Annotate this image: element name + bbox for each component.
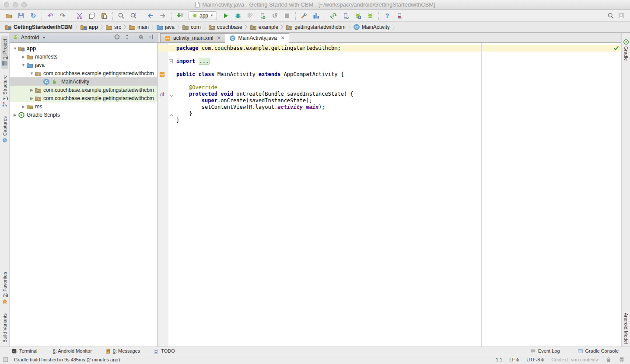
chevron-collapsed-icon[interactable]: ▶ — [29, 88, 35, 92]
tree-row-com-couchbase-example-gettingstartedwith[interactable]: ▶com.couchbase.example.gettingstartedwit… — [10, 86, 157, 94]
replace-button[interactable] — [128, 10, 139, 21]
tool-window-button-0-messages[interactable]: 0: Messages — [105, 348, 140, 354]
profiler-button[interactable]: ∞ — [394, 10, 405, 21]
forward-button[interactable] — [158, 10, 168, 21]
device-monitor-button[interactable] — [365, 10, 375, 21]
minimize-window-button[interactable] — [13, 2, 18, 7]
search-everywhere-button[interactable] — [606, 10, 616, 21]
synchronize-button[interactable]: ↻ — [28, 10, 38, 21]
lock-icon[interactable] — [606, 357, 612, 363]
avd-manager-button[interactable] — [340, 10, 351, 21]
tool-window-button-gradle-console[interactable]: Gradle Console — [578, 348, 619, 354]
editor-tab-activity-main-xml[interactable]: <>activity_main.xml✕ — [160, 33, 225, 43]
attach-debugger-button[interactable] — [257, 10, 268, 21]
toolbar-group: ↻ — [4, 10, 38, 21]
close-tab-icon[interactable]: ✕ — [280, 35, 285, 41]
undo-button[interactable]: ↶ — [45, 10, 56, 21]
code-editor[interactable]: package com.couchbase.example.gettingsta… — [158, 43, 621, 347]
sync-project-button[interactable] — [328, 10, 339, 21]
tree-row-res[interactable]: ▶res — [10, 102, 157, 111]
encoding-widget[interactable]: UTF-8 — [526, 357, 544, 362]
redo-button[interactable]: ↷ — [57, 10, 68, 21]
line-separator-widget[interactable]: LF — [509, 357, 519, 362]
tool-window-button-6-android-monitor[interactable]: 6: Android Monitor — [51, 348, 92, 354]
breadcrumb-src[interactable]: src — [104, 23, 122, 31]
chevron-expanded-icon[interactable]: ▼ — [12, 46, 18, 51]
zoom-window-button[interactable] — [21, 2, 27, 7]
rerun-button[interactable]: ↺ — [270, 10, 280, 21]
back-button[interactable] — [145, 10, 156, 21]
tool-window-button-7-structure[interactable]: 7: Structure — [1, 73, 8, 110]
run-configuration-selector[interactable]: app▼ — [189, 11, 217, 20]
tool-window-button-captures[interactable]: Captures — [1, 114, 8, 146]
tool-window-button-event-log[interactable]: Event Log — [530, 348, 560, 354]
chevron-collapsed-icon[interactable]: ▶ — [29, 96, 35, 101]
help-button[interactable]: ? — [382, 10, 392, 21]
tree-row-java[interactable]: ▼java — [10, 61, 157, 69]
close-tab-icon[interactable]: ✕ — [217, 35, 221, 41]
locate-file-button[interactable] — [114, 34, 120, 42]
tool-window-button-2-favorites[interactable]: 2: Favorites — [1, 269, 8, 307]
breadcrumb-couchbase[interactable]: couchbase — [207, 23, 244, 31]
breadcrumb-java[interactable]: java — [155, 23, 176, 31]
breadcrumb-gettingstartedwithcbm[interactable]: gettingstartedwithcbm — [284, 23, 347, 31]
cut-button[interactable] — [74, 10, 85, 21]
open-button[interactable] — [4, 10, 14, 21]
hide-panel-button[interactable] — [148, 34, 154, 42]
tool-window-label: 7: Structure — [2, 75, 7, 100]
chevron-collapsed-icon[interactable]: ▶ — [21, 55, 26, 59]
chevron-collapsed-icon[interactable]: ▶ — [12, 113, 18, 117]
find-button[interactable] — [116, 10, 126, 21]
close-window-button[interactable] — [4, 2, 9, 7]
run-button[interactable] — [220, 10, 231, 21]
tree-row-mainactivity[interactable]: CMainActivity — [10, 77, 157, 86]
overriding-method-gutter-icon[interactable] — [159, 91, 165, 97]
tree-row-gradle-scripts[interactable]: ▶Gradle Scripts — [10, 111, 157, 119]
breadcrumb-example[interactable]: example — [248, 23, 280, 31]
editor-tab-mainactivity-java[interactable]: CMainActivity.java✕ — [225, 33, 289, 43]
chevron-collapsed-icon[interactable]: ▶ — [21, 104, 26, 109]
chevron-expanded-icon[interactable]: ▼ — [29, 71, 35, 76]
avatar-button[interactable] — [616, 10, 626, 21]
code-text[interactable]: package com.couchbase.example.gettingsta… — [174, 43, 621, 124]
tool-window-button-terminal[interactable]: >_Terminal — [11, 348, 38, 354]
tree-row-com-couchbase-example-gettingstartedwith[interactable]: ▶com.couchbase.example.gettingstartedwit… — [10, 94, 157, 102]
save-all-button[interactable] — [16, 10, 26, 21]
tool-window-toggle-icon[interactable] — [3, 357, 9, 363]
project-structure-button[interactable] — [311, 10, 322, 21]
breadcrumb-app[interactable]: app — [79, 23, 99, 31]
sdk-manager-button[interactable] — [353, 10, 363, 21]
copy-button[interactable] — [87, 10, 97, 21]
tool-window-button-1-project[interactable]: 1: Project — [1, 36, 8, 69]
fold-region-start-icon[interactable] — [169, 92, 174, 100]
breadcrumb-gettingstartedwithcbm[interactable]: GettingStartedwithCBM — [4, 23, 74, 31]
breadcrumb-com[interactable]: com — [181, 23, 202, 31]
coverage-button[interactable] — [245, 10, 256, 21]
tree-row-manifests[interactable]: ▶manifests — [10, 52, 157, 61]
breadcrumb-mainactivity[interactable]: CMainActivity — [352, 23, 391, 31]
project-view-selector[interactable]: Android — [21, 35, 39, 41]
make-project-button[interactable]: 10101 — [175, 10, 185, 21]
inspection-ok-icon[interactable] — [613, 45, 619, 52]
fold-region-end-icon[interactable] — [169, 111, 174, 119]
breadcrumb-main[interactable]: main — [127, 23, 150, 31]
chevron-expanded-icon[interactable]: ▼ — [21, 63, 26, 67]
debug-button[interactable] — [233, 10, 243, 21]
tree-row-app[interactable]: ▼app — [10, 44, 157, 52]
open-icon — [5, 12, 12, 19]
hector-inspector-icon[interactable] — [619, 357, 625, 363]
caret-position[interactable]: 1:1 — [496, 357, 502, 362]
folded-imports-region[interactable]: ... — [199, 58, 210, 65]
tool-window-button-build-variants[interactable]: Build Variants — [2, 311, 8, 347]
sync-gradle-button[interactable] — [299, 10, 309, 21]
settings-gear-button[interactable] — [138, 34, 144, 42]
stop-button[interactable] — [282, 10, 292, 21]
tool-window-button-gradle[interactable]: Gradle — [623, 36, 630, 63]
paste-button[interactable] — [99, 10, 109, 21]
tool-window-button-todo[interactable]: TODO — [153, 348, 175, 354]
related-layout-gutter-icon[interactable]: <> — [159, 72, 165, 77]
tool-window-button-android-model[interactable]: Android Model — [623, 309, 629, 347]
tree-row-com-couchbase-example-gettingstartedwith[interactable]: ▼com.couchbase.example.gettingstartedwit… — [10, 69, 157, 77]
fold-expand-icon[interactable]: + — [169, 59, 173, 63]
collapse-all-button[interactable] — [124, 34, 130, 42]
